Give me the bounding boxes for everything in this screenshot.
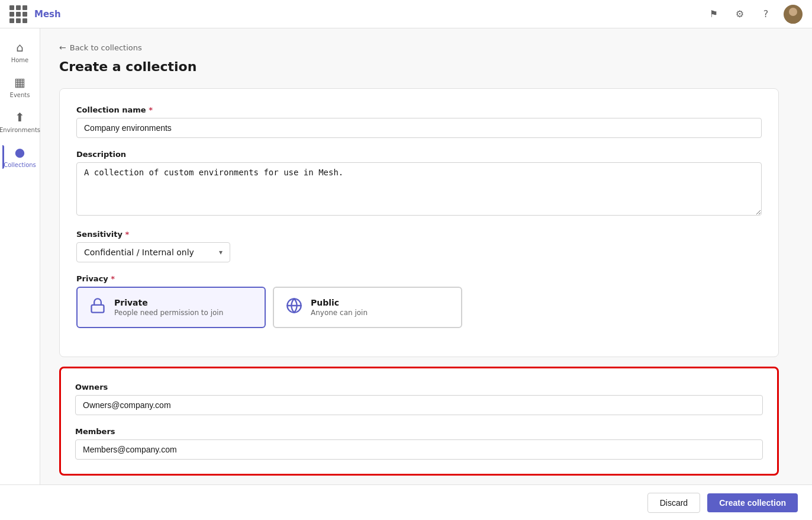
- privacy-option-private[interactable]: Private People need permission to join: [76, 287, 266, 328]
- gear-icon[interactable]: ⚙: [732, 6, 748, 23]
- sidebar-item-home[interactable]: ⌂ Home: [2, 36, 38, 68]
- sidebar-item-environments[interactable]: ⬆ Environments: [2, 105, 38, 138]
- sidebar-item-wrapper-events: ▦ Events: [2, 70, 38, 103]
- sidebar: ⌂ Home ▦ Events ⬆ Environments ● Collect…: [0, 0, 40, 520]
- sidebar-item-wrapper-home: ⌂ Home: [2, 36, 38, 68]
- description-label: Description: [76, 150, 762, 159]
- app-grid-icon[interactable]: [9, 5, 27, 23]
- topbar: Mesh ⚑ ⚙ ?: [0, 0, 812, 28]
- privacy-option-public[interactable]: Public Anyone can join: [273, 287, 462, 328]
- main-content: ← Back to collections Create a collectio…: [40, 0, 812, 520]
- topbar-actions: ⚑ ⚙ ?: [705, 5, 803, 24]
- owners-members-card: Owners Members: [59, 367, 779, 476]
- svg-point-1: [787, 17, 800, 24]
- privacy-label: Privacy *: [76, 274, 762, 283]
- home-icon: ⌂: [16, 40, 24, 54]
- app-title: Mesh: [34, 9, 705, 20]
- help-icon[interactable]: ?: [758, 6, 774, 23]
- sensitivity-label: Sensitivity *: [76, 230, 762, 239]
- user-avatar[interactable]: [784, 5, 803, 24]
- chevron-down-icon: ▾: [219, 248, 223, 256]
- collection-name-label: Collection name *: [76, 105, 762, 114]
- collections-icon: ●: [15, 145, 25, 159]
- globe-icon: [286, 297, 302, 317]
- sidebar-item-events[interactable]: ▦ Events: [2, 70, 38, 103]
- create-collection-button[interactable]: Create collection: [707, 493, 798, 512]
- sidebar-item-collections[interactable]: ● Collections: [2, 140, 38, 173]
- sidebar-item-wrapper-collections: ● Collections: [2, 140, 38, 173]
- back-to-collections-link[interactable]: ← Back to collections: [59, 43, 779, 52]
- environments-icon: ⬆: [15, 110, 25, 124]
- sensitivity-group: Sensitivity * Confidential / Internal on…: [76, 230, 762, 262]
- owners-group: Owners: [75, 383, 763, 415]
- members-label: Members: [75, 427, 763, 436]
- svg-point-0: [789, 8, 797, 16]
- discard-button[interactable]: Discard: [647, 493, 700, 513]
- footer: Discard Create collection: [0, 484, 812, 520]
- description-group: Description A collection of custom envir…: [76, 150, 762, 218]
- description-textarea[interactable]: A collection of custom environments for …: [76, 162, 762, 216]
- page-title: Create a collection: [59, 59, 779, 74]
- form-card: Collection name * Description A collecti…: [59, 88, 779, 357]
- sidebar-item-wrapper-environments: ⬆ Environments: [2, 105, 38, 138]
- events-icon: ▦: [14, 75, 25, 89]
- privacy-group: Privacy * Private P: [76, 274, 762, 328]
- lock-icon: [89, 297, 106, 317]
- svg-rect-2: [92, 305, 104, 313]
- collection-name-group: Collection name *: [76, 105, 762, 138]
- back-arrow-icon: ←: [59, 43, 66, 52]
- members-group: Members: [75, 427, 763, 460]
- members-input[interactable]: [75, 439, 763, 460]
- privacy-options: Private People need permission to join: [76, 287, 762, 328]
- collection-name-input[interactable]: [76, 118, 762, 138]
- sensitivity-dropdown[interactable]: Confidential / Internal only ▾: [76, 242, 230, 262]
- flag-icon[interactable]: ⚑: [705, 6, 722, 23]
- owners-label: Owners: [75, 383, 763, 391]
- owners-input[interactable]: [75, 395, 763, 415]
